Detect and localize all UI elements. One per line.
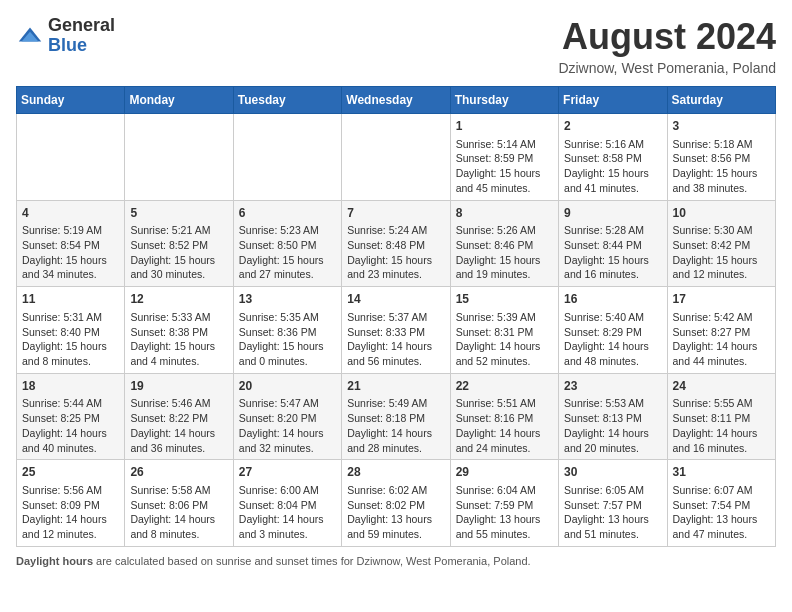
calendar-header-sunday: Sunday bbox=[17, 87, 125, 114]
day-info: Sunrise: 5:18 AMSunset: 8:56 PMDaylight:… bbox=[673, 137, 770, 196]
calendar-cell: 17Sunrise: 5:42 AMSunset: 8:27 PMDayligh… bbox=[667, 287, 775, 374]
calendar-cell: 3Sunrise: 5:18 AMSunset: 8:56 PMDaylight… bbox=[667, 114, 775, 201]
title-block: August 2024 Dziwnow, West Pomerania, Pol… bbox=[558, 16, 776, 76]
calendar-cell: 18Sunrise: 5:44 AMSunset: 8:25 PMDayligh… bbox=[17, 373, 125, 460]
day-number: 24 bbox=[673, 378, 770, 395]
calendar-cell: 28Sunrise: 6:02 AMSunset: 8:02 PMDayligh… bbox=[342, 460, 450, 547]
calendar-header-saturday: Saturday bbox=[667, 87, 775, 114]
day-info: Sunrise: 5:51 AMSunset: 8:16 PMDaylight:… bbox=[456, 396, 553, 455]
day-info: Sunrise: 5:26 AMSunset: 8:46 PMDaylight:… bbox=[456, 223, 553, 282]
day-number: 31 bbox=[673, 464, 770, 481]
day-info: Sunrise: 5:30 AMSunset: 8:42 PMDaylight:… bbox=[673, 223, 770, 282]
day-number: 1 bbox=[456, 118, 553, 135]
day-number: 12 bbox=[130, 291, 227, 308]
calendar-week-5: 25Sunrise: 5:56 AMSunset: 8:09 PMDayligh… bbox=[17, 460, 776, 547]
calendar-cell: 31Sunrise: 6:07 AMSunset: 7:54 PMDayligh… bbox=[667, 460, 775, 547]
calendar-cell: 8Sunrise: 5:26 AMSunset: 8:46 PMDaylight… bbox=[450, 200, 558, 287]
day-info: Sunrise: 5:21 AMSunset: 8:52 PMDaylight:… bbox=[130, 223, 227, 282]
calendar-cell: 16Sunrise: 5:40 AMSunset: 8:29 PMDayligh… bbox=[559, 287, 667, 374]
day-info: Sunrise: 6:04 AMSunset: 7:59 PMDaylight:… bbox=[456, 483, 553, 542]
footer: Daylight hours are calculated based on s… bbox=[16, 555, 776, 567]
calendar-cell: 10Sunrise: 5:30 AMSunset: 8:42 PMDayligh… bbox=[667, 200, 775, 287]
day-info: Sunrise: 5:55 AMSunset: 8:11 PMDaylight:… bbox=[673, 396, 770, 455]
day-info: Sunrise: 5:40 AMSunset: 8:29 PMDaylight:… bbox=[564, 310, 661, 369]
day-info: Sunrise: 6:00 AMSunset: 8:04 PMDaylight:… bbox=[239, 483, 336, 542]
day-info: Sunrise: 5:33 AMSunset: 8:38 PMDaylight:… bbox=[130, 310, 227, 369]
calendar-week-3: 11Sunrise: 5:31 AMSunset: 8:40 PMDayligh… bbox=[17, 287, 776, 374]
day-number: 14 bbox=[347, 291, 444, 308]
day-info: Sunrise: 5:47 AMSunset: 8:20 PMDaylight:… bbox=[239, 396, 336, 455]
calendar-cell: 20Sunrise: 5:47 AMSunset: 8:20 PMDayligh… bbox=[233, 373, 341, 460]
calendar-header-monday: Monday bbox=[125, 87, 233, 114]
calendar-cell: 29Sunrise: 6:04 AMSunset: 7:59 PMDayligh… bbox=[450, 460, 558, 547]
day-number: 30 bbox=[564, 464, 661, 481]
day-info: Sunrise: 5:42 AMSunset: 8:27 PMDaylight:… bbox=[673, 310, 770, 369]
calendar-cell bbox=[342, 114, 450, 201]
calendar-cell: 23Sunrise: 5:53 AMSunset: 8:13 PMDayligh… bbox=[559, 373, 667, 460]
day-info: Sunrise: 5:35 AMSunset: 8:36 PMDaylight:… bbox=[239, 310, 336, 369]
day-info: Sunrise: 5:44 AMSunset: 8:25 PMDaylight:… bbox=[22, 396, 119, 455]
location: Dziwnow, West Pomerania, Poland bbox=[558, 60, 776, 76]
day-info: Sunrise: 5:24 AMSunset: 8:48 PMDaylight:… bbox=[347, 223, 444, 282]
day-info: Sunrise: 5:56 AMSunset: 8:09 PMDaylight:… bbox=[22, 483, 119, 542]
calendar-cell bbox=[125, 114, 233, 201]
day-number: 10 bbox=[673, 205, 770, 222]
day-number: 19 bbox=[130, 378, 227, 395]
day-info: Sunrise: 5:58 AMSunset: 8:06 PMDaylight:… bbox=[130, 483, 227, 542]
calendar-week-2: 4Sunrise: 5:19 AMSunset: 8:54 PMDaylight… bbox=[17, 200, 776, 287]
day-number: 13 bbox=[239, 291, 336, 308]
day-number: 8 bbox=[456, 205, 553, 222]
calendar-cell: 12Sunrise: 5:33 AMSunset: 8:38 PMDayligh… bbox=[125, 287, 233, 374]
page-header: General Blue August 2024 Dziwnow, West P… bbox=[16, 16, 776, 76]
calendar-cell: 19Sunrise: 5:46 AMSunset: 8:22 PMDayligh… bbox=[125, 373, 233, 460]
day-number: 25 bbox=[22, 464, 119, 481]
day-number: 21 bbox=[347, 378, 444, 395]
calendar-cell: 5Sunrise: 5:21 AMSunset: 8:52 PMDaylight… bbox=[125, 200, 233, 287]
day-number: 28 bbox=[347, 464, 444, 481]
day-info: Sunrise: 5:53 AMSunset: 8:13 PMDaylight:… bbox=[564, 396, 661, 455]
day-number: 22 bbox=[456, 378, 553, 395]
calendar-cell: 13Sunrise: 5:35 AMSunset: 8:36 PMDayligh… bbox=[233, 287, 341, 374]
logo: General Blue bbox=[16, 16, 115, 56]
calendar-header-row: SundayMondayTuesdayWednesdayThursdayFrid… bbox=[17, 87, 776, 114]
calendar-week-1: 1Sunrise: 5:14 AMSunset: 8:59 PMDaylight… bbox=[17, 114, 776, 201]
calendar-cell: 30Sunrise: 6:05 AMSunset: 7:57 PMDayligh… bbox=[559, 460, 667, 547]
calendar-week-4: 18Sunrise: 5:44 AMSunset: 8:25 PMDayligh… bbox=[17, 373, 776, 460]
month-year: August 2024 bbox=[558, 16, 776, 58]
day-number: 23 bbox=[564, 378, 661, 395]
calendar-cell: 2Sunrise: 5:16 AMSunset: 8:58 PMDaylight… bbox=[559, 114, 667, 201]
day-info: Sunrise: 5:23 AMSunset: 8:50 PMDaylight:… bbox=[239, 223, 336, 282]
calendar-cell: 26Sunrise: 5:58 AMSunset: 8:06 PMDayligh… bbox=[125, 460, 233, 547]
day-info: Sunrise: 5:16 AMSunset: 8:58 PMDaylight:… bbox=[564, 137, 661, 196]
calendar-cell: 21Sunrise: 5:49 AMSunset: 8:18 PMDayligh… bbox=[342, 373, 450, 460]
day-number: 17 bbox=[673, 291, 770, 308]
calendar-header-thursday: Thursday bbox=[450, 87, 558, 114]
day-number: 29 bbox=[456, 464, 553, 481]
day-info: Sunrise: 5:19 AMSunset: 8:54 PMDaylight:… bbox=[22, 223, 119, 282]
calendar-header-wednesday: Wednesday bbox=[342, 87, 450, 114]
logo-text: General Blue bbox=[48, 16, 115, 56]
calendar-cell: 9Sunrise: 5:28 AMSunset: 8:44 PMDaylight… bbox=[559, 200, 667, 287]
day-number: 2 bbox=[564, 118, 661, 135]
calendar-cell: 1Sunrise: 5:14 AMSunset: 8:59 PMDaylight… bbox=[450, 114, 558, 201]
day-number: 18 bbox=[22, 378, 119, 395]
day-info: Sunrise: 5:14 AMSunset: 8:59 PMDaylight:… bbox=[456, 137, 553, 196]
logo-icon bbox=[16, 22, 44, 50]
calendar-cell: 4Sunrise: 5:19 AMSunset: 8:54 PMDaylight… bbox=[17, 200, 125, 287]
footer-description: are calculated based on sunrise and suns… bbox=[93, 555, 531, 567]
day-info: Sunrise: 5:37 AMSunset: 8:33 PMDaylight:… bbox=[347, 310, 444, 369]
calendar-cell: 11Sunrise: 5:31 AMSunset: 8:40 PMDayligh… bbox=[17, 287, 125, 374]
day-number: 4 bbox=[22, 205, 119, 222]
calendar-cell bbox=[233, 114, 341, 201]
calendar-table: SundayMondayTuesdayWednesdayThursdayFrid… bbox=[16, 86, 776, 547]
day-info: Sunrise: 5:28 AMSunset: 8:44 PMDaylight:… bbox=[564, 223, 661, 282]
day-number: 7 bbox=[347, 205, 444, 222]
day-info: Sunrise: 5:46 AMSunset: 8:22 PMDaylight:… bbox=[130, 396, 227, 455]
day-info: Sunrise: 5:31 AMSunset: 8:40 PMDaylight:… bbox=[22, 310, 119, 369]
day-info: Sunrise: 5:49 AMSunset: 8:18 PMDaylight:… bbox=[347, 396, 444, 455]
day-number: 6 bbox=[239, 205, 336, 222]
day-number: 27 bbox=[239, 464, 336, 481]
calendar-cell: 24Sunrise: 5:55 AMSunset: 8:11 PMDayligh… bbox=[667, 373, 775, 460]
calendar-header-friday: Friday bbox=[559, 87, 667, 114]
day-number: 11 bbox=[22, 291, 119, 308]
